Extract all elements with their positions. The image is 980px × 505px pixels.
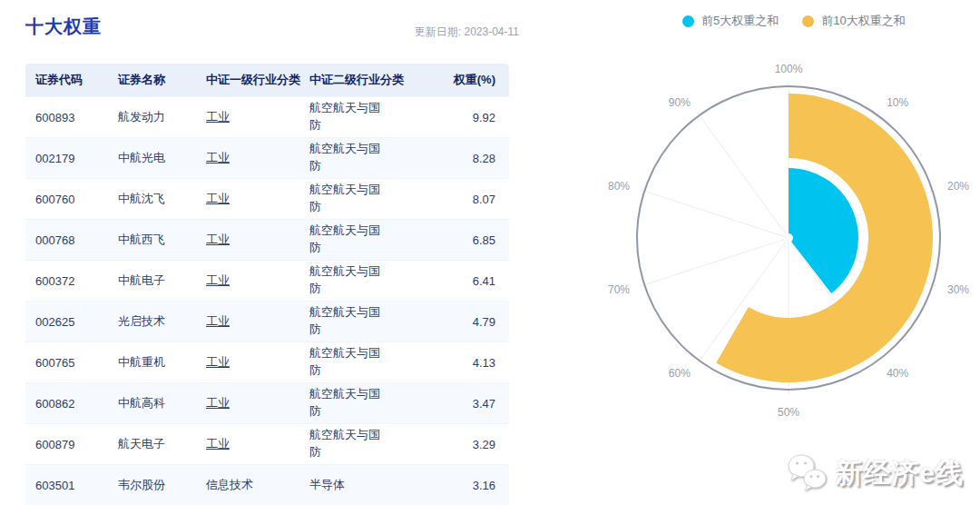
- table-body: 600893航发动力工业航空航天与国防9.92002179中航光电工业航空航天与…: [25, 96, 509, 505]
- cell-name: 中航电子: [118, 272, 206, 289]
- chart-legend: 前5大权重之和前10大权重之和: [682, 13, 906, 29]
- header-industry1: 中证一级行业分类: [206, 72, 309, 88]
- cell-weight: 6.41: [443, 274, 509, 288]
- angle-tick-label: 90%: [669, 96, 691, 109]
- table-row: 000768中航西飞工业航空航天与国防6.85: [25, 219, 509, 260]
- cell-weight: 6.85: [443, 233, 509, 247]
- angle-tick-label: 50%: [778, 406, 799, 419]
- cell-weight: 8.28: [443, 152, 509, 165]
- angle-tick-label: 30%: [947, 283, 969, 296]
- cell-industry2: 航空航天与国防: [309, 141, 443, 175]
- update-date: 更新日期: 2023-04-11: [365, 25, 519, 40]
- cell-code: 600372: [25, 274, 118, 288]
- cell-code: 603501: [25, 479, 118, 492]
- cell-industry1[interactable]: 工业: [206, 354, 309, 371]
- legend-item-1[interactable]: 前10大权重之和: [802, 13, 905, 29]
- cell-industry1: 信息技术: [206, 477, 309, 493]
- angle-tick-label: 70%: [608, 283, 630, 296]
- page-title: 十大权重: [25, 15, 102, 39]
- cell-weight: 3.29: [443, 438, 509, 451]
- cell-industry1[interactable]: 工业: [206, 109, 309, 125]
- cell-industry2: 航空航天与国防: [309, 263, 443, 298]
- legend-dot: [682, 15, 694, 27]
- wechat-icon: [786, 452, 829, 494]
- cell-code: 600893: [25, 111, 118, 124]
- legend-dot: [802, 15, 814, 27]
- legend-label: 前5大权重之和: [701, 13, 779, 29]
- cell-code: 002179: [25, 152, 118, 165]
- angle-tick-label: 20%: [947, 180, 969, 193]
- table-row: 002625光启技术工业航空航天与国防4.79: [25, 301, 509, 342]
- table-row: 600893航发动力工业航空航天与国防9.92: [25, 96, 509, 137]
- cell-weight: 4.79: [443, 315, 509, 329]
- table-row: 600760中航沈飞工业航空航天与国防8.07: [25, 178, 509, 219]
- cell-industry1[interactable]: 工业: [206, 191, 309, 207]
- cell-name: 中航沈飞: [118, 191, 206, 207]
- cell-industry2: 航空航天与国防: [309, 223, 443, 257]
- series-sector-0: [789, 168, 858, 293]
- table-row: 600879航天电子工业航空航天与国防3.29: [25, 423, 509, 464]
- cell-industry2: 航空航天与国防: [309, 304, 443, 339]
- watermark: 新经济e线: [786, 452, 964, 494]
- header-code: 证券代码: [25, 72, 118, 88]
- angle-tick-label: 10%: [887, 96, 908, 109]
- top-weights-table: 证券代码 证券名称 中证一级行业分类 中证二级行业分类 权重(%) 600893…: [25, 64, 509, 505]
- angle-tick-label: 100%: [775, 63, 803, 75]
- cell-name: 航天电子: [118, 436, 206, 452]
- cell-weight: 3.47: [443, 397, 509, 411]
- cell-code: 600765: [25, 356, 118, 370]
- cell-code: 000768: [25, 233, 118, 247]
- polar-weight-chart: 100%10%20%30%40%50%60%70%80%90%: [599, 51, 980, 441]
- cell-name: 中航重机: [118, 354, 206, 371]
- cell-code: 600760: [25, 193, 118, 206]
- cell-industry1[interactable]: 工业: [206, 313, 309, 330]
- angle-tick-label: 60%: [669, 367, 691, 380]
- cell-code: 600879: [25, 438, 118, 451]
- header-industry2: 中证二级行业分类: [309, 72, 443, 89]
- watermark-text: 新经济e线: [835, 455, 964, 492]
- legend-label: 前10大权重之和: [821, 13, 905, 29]
- cell-name: 中航西飞: [118, 232, 206, 248]
- cell-industry2: 半导体: [309, 477, 443, 494]
- cell-code: 002625: [25, 315, 118, 329]
- cell-industry2: 航空航天与国防: [309, 345, 443, 380]
- cell-industry1[interactable]: 工业: [206, 272, 309, 289]
- table-row: 002179中航光电工业航空航天与国防8.28: [25, 137, 509, 178]
- table-row: 600372中航电子工业航空航天与国防6.41: [25, 260, 509, 301]
- cell-industry1[interactable]: 工业: [206, 232, 309, 248]
- angle-tick-label: 80%: [608, 180, 630, 193]
- cell-industry1[interactable]: 工业: [206, 395, 309, 411]
- table-row: 600862中航高科工业航空航天与国防3.47: [25, 382, 509, 423]
- cell-weight: 3.16: [443, 479, 509, 492]
- cell-code: 600862: [25, 397, 118, 411]
- cell-industry2: 航空航天与国防: [309, 100, 443, 134]
- cell-name: 光启技术: [118, 313, 206, 330]
- cell-name: 韦尔股份: [118, 477, 206, 493]
- table-header-row: 证券代码 证券名称 中证一级行业分类 中证二级行业分类 权重(%): [25, 64, 509, 96]
- cell-industry1[interactable]: 工业: [206, 150, 309, 166]
- angle-tick-label: 40%: [887, 367, 908, 380]
- cell-industry2: 航空航天与国防: [309, 182, 443, 216]
- cell-name: 中航光电: [118, 150, 206, 166]
- cell-weight: 9.92: [443, 111, 509, 124]
- cell-name: 航发动力: [118, 109, 206, 125]
- cell-name: 中航高科: [118, 395, 206, 411]
- header-name: 证券名称: [118, 72, 206, 88]
- table-row: 603501韦尔股份信息技术半导体3.16: [25, 464, 509, 505]
- cell-weight: 4.13: [443, 356, 509, 370]
- table-row: 600765中航重机工业航空航天与国防4.13: [25, 342, 509, 382]
- cell-weight: 8.07: [443, 193, 509, 206]
- cell-industry2: 航空航天与国防: [309, 427, 443, 461]
- cell-industry1[interactable]: 工业: [206, 436, 309, 452]
- cell-industry2: 航空航天与国防: [309, 386, 443, 421]
- legend-item-0[interactable]: 前5大权重之和: [682, 13, 779, 29]
- header-weight: 权重(%): [443, 72, 509, 88]
